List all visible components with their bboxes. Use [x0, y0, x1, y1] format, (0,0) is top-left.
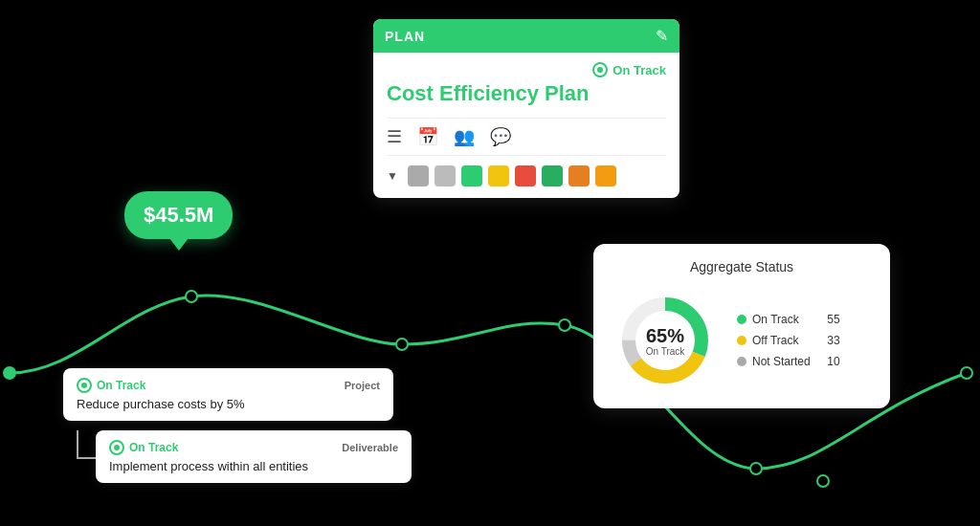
deliverable-status-indicator [109, 440, 124, 455]
project-card-header: On Track Project [77, 378, 380, 393]
plan-card-header-title: PLAN [385, 29, 425, 44]
value-bubble: $45.5M [124, 191, 233, 239]
legend-dot-notstarted [737, 357, 746, 366]
legend-label-notstarted: Not Started [752, 355, 811, 368]
color-swatch-darkgreen[interactable] [542, 165, 563, 186]
legend-item-offtrack: Off Track 33 [737, 334, 840, 347]
project-type-label: Project [345, 380, 380, 391]
path-node-2 [185, 290, 198, 303]
aggregate-legend: On Track 55 Off Track 33 Not Started 10 [737, 313, 840, 368]
legend-count-offtrack: 33 [816, 334, 840, 347]
plan-card-header: PLAN ✎ [373, 19, 679, 53]
plan-card-body: On Track Cost Efficiency Plan ☰ 📅 👥 💬 ▼ [373, 53, 679, 198]
legend-label-offtrack: Off Track [752, 334, 798, 347]
donut-center-text: 65% On Track [646, 325, 685, 357]
color-swatch-green[interactable] [461, 165, 482, 186]
color-swatch-gray1[interactable] [408, 165, 429, 186]
donut-percentage: 65% [646, 325, 685, 346]
deliverable-description: Implement process within all entities [109, 459, 398, 473]
plan-status-indicator [592, 62, 608, 77]
legend-item-notstarted: Not Started 10 [737, 355, 840, 368]
comment-icon[interactable]: 💬 [490, 126, 511, 147]
aggregate-card: Aggregate Status 65% On Track [593, 244, 890, 408]
legend-dot-offtrack [737, 336, 746, 345]
deliverable-status-label: On Track [129, 441, 178, 454]
plan-toolbar-icons: ☰ 📅 👥 💬 [387, 118, 666, 156]
deliverable-connector-vertical [77, 430, 78, 459]
deliverable-type-label: Deliverable [342, 442, 398, 453]
color-swatch-yellow[interactable] [488, 165, 509, 186]
legend-item-ontrack: On Track 55 [737, 313, 840, 326]
color-swatch-amber[interactable] [595, 165, 616, 186]
legend-label-ontrack: On Track [752, 313, 799, 326]
aggregate-card-body: 65% On Track On Track 55 Off Track 33 No… [612, 288, 871, 393]
deliverable-status: On Track [109, 440, 178, 455]
legend-count-notstarted: 10 [816, 355, 840, 368]
path-node-3 [395, 338, 409, 351]
aggregate-card-title: Aggregate Status [612, 259, 871, 274]
project-status-indicator [77, 378, 92, 393]
project-status: On Track [77, 378, 145, 393]
path-node-6 [816, 474, 830, 488]
bubble-value: $45.5M [144, 203, 213, 227]
legend-dot-ontrack [737, 315, 746, 324]
plan-colors-row: ▼ [387, 165, 666, 186]
color-swatch-gray2[interactable] [434, 165, 456, 186]
project-description: Reduce purchase costs by 5% [77, 397, 380, 411]
path-node-5 [749, 462, 763, 475]
plan-title: Cost Efficiency Plan [387, 81, 666, 106]
path-node-4 [558, 318, 571, 332]
donut-label: On Track [646, 346, 685, 357]
dropdown-arrow-icon[interactable]: ▼ [387, 169, 398, 183]
calendar-icon[interactable]: 📅 [417, 126, 438, 147]
plan-edit-icon[interactable]: ✎ [656, 27, 668, 45]
deliverable-card-header: On Track Deliverable [109, 440, 398, 455]
deliverable-connector-horizontal [77, 457, 96, 459]
path-node-1 [3, 366, 16, 380]
plan-status-row: On Track [387, 62, 666, 77]
path-node-7 [960, 366, 973, 380]
donut-chart: 65% On Track [612, 288, 718, 393]
team-icon[interactable]: 👥 [454, 126, 475, 147]
color-swatch-red[interactable] [515, 165, 536, 186]
project-status-label: On Track [97, 379, 145, 392]
color-swatch-orange[interactable] [568, 165, 590, 186]
project-card: On Track Project Reduce purchase costs b… [63, 368, 393, 421]
list-icon[interactable]: ☰ [387, 126, 402, 147]
deliverable-card: On Track Deliverable Implement process w… [96, 430, 412, 483]
legend-count-ontrack: 55 [816, 313, 840, 326]
plan-card: PLAN ✎ On Track Cost Efficiency Plan ☰ 📅… [373, 19, 679, 198]
plan-status-label: On Track [612, 63, 666, 77]
